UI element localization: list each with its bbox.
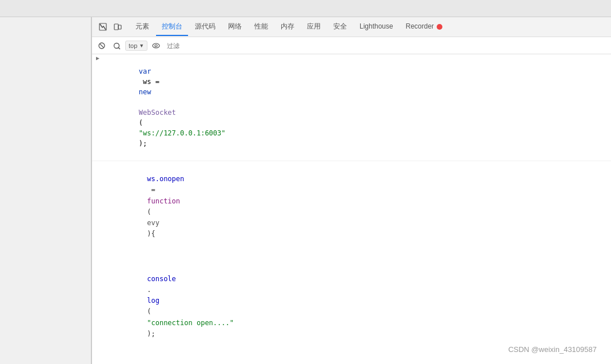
expand-arrow-1[interactable]: ▶: [92, 55, 103, 61]
inspect-icon[interactable]: [97, 21, 109, 33]
tab-performance[interactable]: 性能: [249, 18, 274, 36]
svg-rect-2: [118, 25, 121, 29]
svg-line-6: [118, 47, 120, 49]
console-content: ▶ var ws = new WebSocket ( "ws://127.0.0…: [92, 54, 611, 364]
device-icon[interactable]: [111, 21, 124, 33]
tab-recorder[interactable]: Recorder: [400, 19, 449, 35]
code-block-onopen: ws.onopen = function ( evy ){ console . …: [92, 161, 611, 364]
chevron-down-icon: ▼: [139, 43, 144, 49]
tab-bar: 元素 控制台 源代码 网络 性能 内存 应用 安全 Lighthouse Rec…: [92, 17, 611, 37]
svg-rect-1: [114, 24, 118, 30]
code-row-1: ws.onopen = function ( evy ){: [92, 162, 611, 251]
svg-point-8: [155, 45, 157, 47]
tab-memory[interactable]: 内存: [275, 18, 300, 36]
console-line-code-1: var ws = new WebSocket ( "ws://127.0.0.1…: [103, 55, 609, 160]
clear-console-btn[interactable]: [95, 39, 108, 52]
tab-application[interactable]: 应用: [301, 18, 326, 36]
svg-point-7: [153, 43, 159, 48]
tab-lighthouse[interactable]: Lighthouse: [354, 19, 399, 35]
tab-network[interactable]: 网络: [222, 18, 247, 36]
tab-icons: [97, 21, 124, 33]
code-row-2: console . log ( "connection open...." );: [92, 251, 611, 351]
tab-security[interactable]: 安全: [328, 18, 353, 36]
tab-sources[interactable]: 源代码: [189, 18, 221, 36]
console-toolbar: top ▼: [92, 37, 611, 54]
tab-console[interactable]: 控制台: [156, 18, 188, 36]
filter-input[interactable]: [165, 41, 608, 50]
devtools-panel: 元素 控制台 源代码 网络 性能 内存 应用 安全 Lighthouse Rec…: [91, 17, 611, 364]
browser-top-bar: [0, 0, 611, 17]
svg-line-4: [100, 44, 103, 47]
eye-icon[interactable]: [150, 39, 162, 52]
recorder-dot-icon: [437, 24, 442, 30]
context-selector[interactable]: top ▼: [125, 41, 147, 51]
console-input-1: ▶ var ws = new WebSocket ( "ws://127.0.0…: [92, 54, 611, 161]
sidebar: [0, 17, 91, 364]
watermark: CSDN @weixin_43109587: [508, 345, 597, 354]
tab-elements[interactable]: 元素: [130, 18, 155, 36]
filter-btn[interactable]: [110, 39, 123, 52]
